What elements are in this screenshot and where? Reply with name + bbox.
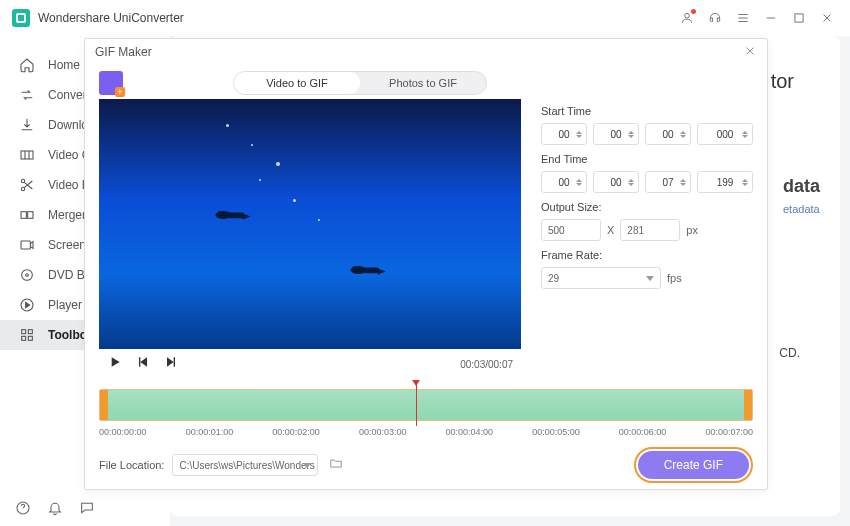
merge-icon <box>18 206 36 224</box>
converter-icon <box>18 86 36 104</box>
svg-point-18 <box>218 211 223 216</box>
download-icon <box>18 116 36 134</box>
svg-point-8 <box>22 270 33 281</box>
app-name: Wondershare UniConverter <box>38 11 184 25</box>
app-logo <box>12 9 30 27</box>
record-icon <box>18 236 36 254</box>
mode-segmented-control: Video to GIF Photos to GIF <box>233 71 487 95</box>
end-time-label: End Time <box>541 153 753 165</box>
end-mm-input[interactable]: 00 <box>593 171 639 193</box>
svg-point-3 <box>21 179 24 182</box>
svg-rect-7 <box>21 241 30 249</box>
tick: 00:00:05:00 <box>532 427 580 437</box>
svg-rect-17 <box>228 213 244 219</box>
end-hh-input[interactable]: 00 <box>541 171 587 193</box>
svg-rect-5 <box>21 212 26 219</box>
timeline-track[interactable] <box>99 389 753 421</box>
next-frame-button[interactable] <box>163 354 179 374</box>
bg-cd-line: CD. <box>779 346 800 360</box>
help-icon[interactable] <box>14 499 32 517</box>
tick: 00:00:03:00 <box>359 427 407 437</box>
svg-rect-20 <box>363 268 379 274</box>
add-media-button[interactable] <box>99 71 123 95</box>
minimize-icon[interactable] <box>760 7 782 29</box>
tick: 00:00:02:00 <box>272 427 320 437</box>
compress-icon <box>18 146 36 164</box>
end-ms-input[interactable]: 199 <box>697 171 753 193</box>
tick: 00:00:01:00 <box>186 427 234 437</box>
height-input[interactable]: 281 <box>620 219 680 241</box>
tick: 00:00:04:00 <box>446 427 494 437</box>
tick: 00:00:07:00 <box>705 427 753 437</box>
svg-rect-6 <box>28 212 33 219</box>
dialog-title: GIF Maker <box>95 45 152 59</box>
player-icon <box>18 296 36 314</box>
account-icon[interactable] <box>676 7 698 29</box>
tab-photos-to-gif[interactable]: Photos to GIF <box>360 72 486 94</box>
end-ss-input[interactable]: 07 <box>645 171 691 193</box>
maximize-icon[interactable] <box>788 7 810 29</box>
svg-rect-2 <box>21 151 33 159</box>
playhead[interactable] <box>416 384 417 426</box>
svg-point-0 <box>685 13 690 18</box>
start-time-label: Start Time <box>541 105 753 117</box>
prev-frame-button[interactable] <box>135 354 151 374</box>
trim-end-handle[interactable] <box>744 390 752 420</box>
svg-rect-14 <box>28 336 32 340</box>
bg-metadata-sub: etadata <box>783 203 820 215</box>
svg-rect-11 <box>22 330 26 334</box>
svg-point-21 <box>353 266 358 271</box>
dvd-icon <box>18 266 36 284</box>
gif-maker-dialog: GIF Maker Video to GIF Photos to GIF <box>84 38 768 490</box>
file-location-label: File Location: <box>99 459 164 471</box>
svg-rect-12 <box>28 330 32 334</box>
size-sep: X <box>607 224 614 236</box>
output-size-label: Output Size: <box>541 201 753 213</box>
file-location-select[interactable]: C:\Users\ws\Pictures\Wonders <box>172 454 318 476</box>
frame-rate-select[interactable]: 29 <box>541 267 661 289</box>
svg-point-4 <box>21 187 24 190</box>
fps-label: fps <box>667 272 682 284</box>
tab-video-to-gif[interactable]: Video to GIF <box>234 72 360 94</box>
tick: 00:00:00:00 <box>99 427 147 437</box>
frame-rate-label: Frame Rate: <box>541 249 753 261</box>
sidebar-item-label: Merger <box>48 208 86 222</box>
feedback-icon[interactable] <box>78 499 96 517</box>
start-ss-input[interactable]: 00 <box>645 123 691 145</box>
tick: 00:00:06:00 <box>619 427 667 437</box>
svg-rect-1 <box>795 14 803 22</box>
sidebar-item-label: Home <box>48 58 80 72</box>
trim-start-handle[interactable] <box>100 390 108 420</box>
svg-point-9 <box>26 274 29 277</box>
home-icon <box>18 56 36 74</box>
scissors-icon <box>18 176 36 194</box>
start-ms-input[interactable]: 000 <box>697 123 753 145</box>
svg-rect-13 <box>22 336 26 340</box>
start-hh-input[interactable]: 00 <box>541 123 587 145</box>
playback-time: 00:03/00:07 <box>460 359 513 370</box>
start-mm-input[interactable]: 00 <box>593 123 639 145</box>
px-label: px <box>686 224 698 236</box>
sidebar-item-label: Player <box>48 298 82 312</box>
play-button[interactable] <box>107 354 123 374</box>
menu-icon[interactable] <box>732 7 754 29</box>
width-input[interactable]: 500 <box>541 219 601 241</box>
toolbox-icon <box>18 326 36 344</box>
support-icon[interactable] <box>704 7 726 29</box>
close-icon[interactable] <box>743 44 757 61</box>
create-gif-button[interactable]: Create GIF <box>638 451 749 479</box>
close-window-icon[interactable] <box>816 7 838 29</box>
bg-metadata-title: data <box>783 176 820 197</box>
video-preview: 00:03/00:07 <box>99 99 521 379</box>
open-folder-icon[interactable] <box>328 456 344 474</box>
bell-icon[interactable] <box>46 499 64 517</box>
